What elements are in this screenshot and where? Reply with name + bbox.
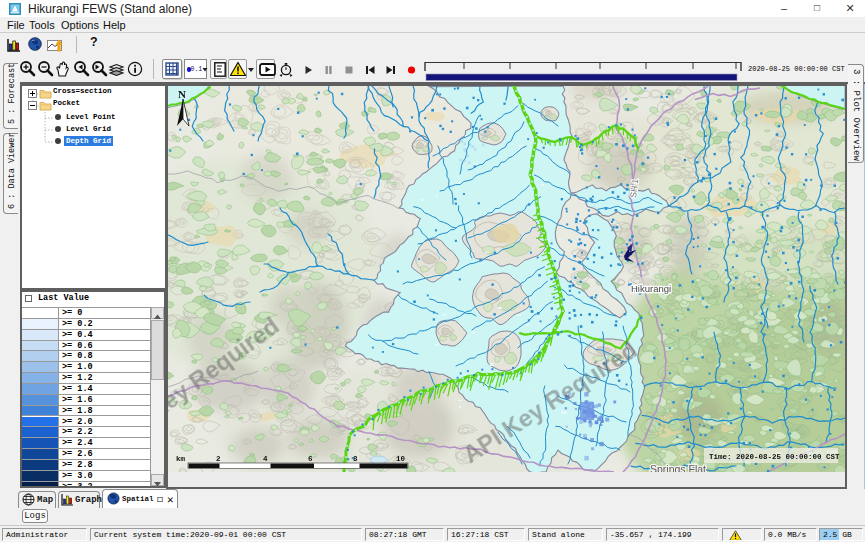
svg-text:4: 4	[263, 455, 268, 463]
svg-text:6: 6	[308, 455, 313, 463]
svg-text:km: km	[176, 455, 186, 463]
svg-text:8: 8	[353, 455, 358, 463]
svg-text:N: N	[178, 88, 186, 100]
svg-text:Time: 2020-08-25 00:00:00 CST: Time: 2020-08-25 00:00:00 CST	[709, 453, 840, 461]
svg-text:2: 2	[216, 455, 221, 463]
svg-text:Hikurangi: Hikurangi	[631, 283, 671, 294]
svg-text:10: 10	[396, 455, 406, 463]
svg-text:Springs Flat: Springs Flat	[650, 463, 706, 472]
